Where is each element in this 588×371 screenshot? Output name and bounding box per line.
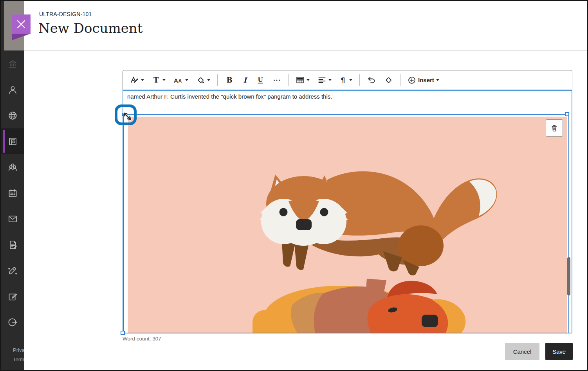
svg-text:U: U bbox=[258, 76, 263, 83]
institution-icon bbox=[7, 59, 18, 69]
italic-button[interactable]: I bbox=[237, 73, 252, 88]
delete-image-button[interactable] bbox=[546, 119, 563, 137]
chevron-down-icon bbox=[207, 79, 210, 81]
fox-illustration bbox=[128, 117, 567, 333]
svg-text:¶: ¶ bbox=[341, 76, 345, 84]
more-icon bbox=[272, 76, 281, 85]
messages-icon bbox=[7, 214, 18, 224]
document-image[interactable] bbox=[128, 117, 567, 333]
insert-button[interactable]: Insert bbox=[404, 73, 443, 88]
highlight-color-button[interactable] bbox=[192, 73, 214, 88]
eraser-icon bbox=[384, 76, 393, 85]
active-indicator bbox=[3, 130, 5, 153]
editor-scrollbar-thumb[interactable] bbox=[567, 257, 570, 295]
sidebar-item-activity-stream[interactable] bbox=[1, 103, 24, 128]
font-button[interactable]: T bbox=[148, 73, 170, 88]
text-color-icon bbox=[130, 76, 139, 85]
font-size-button[interactable]: A A bbox=[170, 73, 192, 88]
terms-link[interactable]: Terms bbox=[13, 357, 25, 362]
sign-out-icon bbox=[7, 317, 18, 328]
close-panel-button[interactable] bbox=[12, 14, 31, 40]
privacy-link[interactable]: Privacy bbox=[13, 347, 25, 353]
chevron-down-icon bbox=[328, 79, 332, 81]
highlight-color-icon bbox=[196, 76, 205, 85]
sidebar-item-profile[interactable] bbox=[1, 77, 24, 103]
chevron-down-icon bbox=[307, 79, 310, 81]
resize-handle-bottom-left[interactable] bbox=[121, 331, 125, 335]
svg-text:T: T bbox=[153, 76, 159, 84]
close-icon bbox=[12, 14, 31, 34]
chevron-down-icon bbox=[349, 79, 352, 81]
globe-icon bbox=[7, 110, 18, 121]
undo-button[interactable] bbox=[363, 73, 380, 88]
organizations-icon bbox=[7, 162, 18, 173]
bookmark-fold bbox=[12, 34, 31, 40]
svg-text:A: A bbox=[179, 78, 182, 83]
underline-icon: U bbox=[256, 76, 265, 85]
sidebar-item-grades[interactable] bbox=[1, 232, 24, 258]
table-icon bbox=[296, 76, 305, 85]
font-size-icon: A A bbox=[173, 76, 183, 85]
profile-icon bbox=[7, 85, 18, 95]
resize-cursor-icon bbox=[121, 110, 133, 122]
editor-toolbar: T A A B I bbox=[123, 70, 572, 90]
svg-text:B: B bbox=[227, 76, 233, 84]
chevron-down-icon bbox=[436, 79, 439, 81]
sidebar-item-tools[interactable] bbox=[1, 258, 24, 283]
trash-icon bbox=[550, 124, 559, 133]
align-button[interactable] bbox=[314, 73, 335, 88]
word-count: Word count: 307 bbox=[123, 336, 161, 342]
italic-icon: I bbox=[241, 76, 248, 85]
grades-icon bbox=[7, 240, 18, 250]
bold-icon: B bbox=[225, 76, 233, 85]
insert-plus-icon bbox=[408, 76, 416, 85]
save-button[interactable]: Save bbox=[545, 343, 573, 360]
paragraph-button[interactable]: ¶ bbox=[335, 73, 356, 88]
chevron-down-icon bbox=[141, 79, 144, 81]
breadcrumb: ULTRA-DESIGN-101 bbox=[39, 11, 92, 17]
cancel-button[interactable]: Cancel bbox=[505, 343, 539, 360]
align-icon bbox=[317, 76, 326, 85]
chevron-down-icon bbox=[162, 79, 166, 81]
toolbar-divider bbox=[217, 74, 218, 86]
sidebar-item-calendar[interactable] bbox=[1, 180, 24, 206]
base-navigation-sidebar: Privacy Terms bbox=[1, 1, 24, 370]
chevron-down-icon bbox=[185, 79, 188, 81]
sidebar-item-sign-out[interactable] bbox=[1, 309, 24, 335]
sidebar-item-institution[interactable] bbox=[1, 51, 24, 77]
svg-text:I: I bbox=[243, 76, 248, 84]
undo-icon bbox=[367, 76, 376, 85]
page-title: New Document bbox=[38, 20, 142, 36]
underline-button[interactable]: U bbox=[252, 73, 269, 88]
toolbar-divider bbox=[288, 74, 289, 86]
app-window: Privacy Terms ULTRA-DESIGN-101 New Docum… bbox=[0, 0, 588, 371]
tools-icon bbox=[7, 265, 18, 276]
resize-handle-top-right[interactable] bbox=[565, 112, 569, 116]
clear-formatting-button[interactable] bbox=[380, 73, 397, 88]
courses-icon bbox=[7, 136, 18, 147]
sidebar-item-admin[interactable] bbox=[1, 283, 24, 309]
toolbar-divider bbox=[359, 74, 360, 86]
bold-button[interactable]: B bbox=[221, 73, 237, 88]
sidebar-item-messages[interactable] bbox=[1, 206, 24, 232]
edit-box-icon bbox=[7, 291, 18, 302]
table-button[interactable] bbox=[292, 73, 314, 88]
font-icon: T bbox=[152, 76, 161, 85]
text-color-button[interactable] bbox=[126, 73, 148, 88]
more-options-button[interactable] bbox=[269, 73, 285, 88]
sidebar-item-courses[interactable] bbox=[1, 128, 24, 154]
toolbar-divider bbox=[400, 74, 400, 86]
svg-text:A: A bbox=[174, 77, 178, 83]
calendar-icon bbox=[7, 188, 18, 198]
sidebar-item-organizations[interactable] bbox=[1, 154, 24, 180]
document-text[interactable]: named Arthur F. Curtis invented the "qui… bbox=[127, 93, 332, 100]
insert-label: Insert bbox=[418, 77, 434, 83]
paragraph-icon: ¶ bbox=[339, 76, 347, 85]
